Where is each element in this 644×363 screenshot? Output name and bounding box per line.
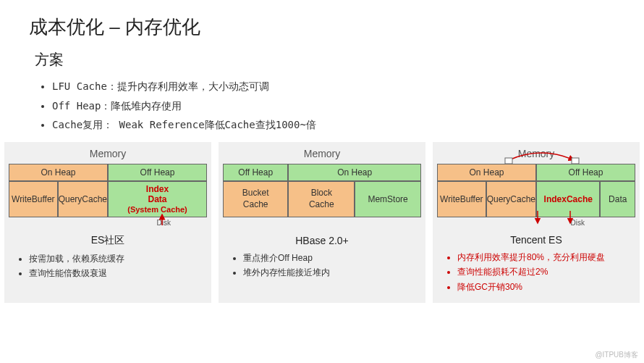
top-bullet-list: LFU Cache：提升内存利用效率，大小动态可调 Off Heap：降低堆内存… (0, 72, 644, 135)
diagram-es-community: Memory On Heap WriteBuffer QueryCache Of… (4, 142, 211, 303)
off-heap-box: Off Heap (536, 164, 635, 181)
querycache-box: QueryCache (58, 181, 108, 217)
on-heap-box: On Heap (288, 164, 421, 181)
on-heap-box: On Heap (9, 164, 108, 181)
cache-label: Cache (243, 199, 268, 211)
diagram-hbase: Memory Off Heap Bucket Cache On Heap Blo… (219, 142, 425, 303)
memstore-box: MemStore (355, 181, 421, 217)
data-box: Data (600, 181, 635, 217)
writebuffer-box: WriteBuffer (437, 181, 486, 217)
off-heap-box: Off Heap (108, 164, 207, 181)
data-label: Data (148, 194, 166, 204)
watermark: @ITPUB博客 (595, 350, 638, 360)
on-heap-box: On Heap (437, 164, 536, 181)
list-item: 堆外内存性能接近堆内 (243, 265, 421, 280)
list-item: 重点推介Off Heap (243, 251, 421, 265)
diagram-tencent-es: Memory On Heap WriteBuffer QueryCache Of… (433, 142, 640, 303)
notes-list: 按需加载，依赖系统缓存 查询性能倍数级衰退 (9, 251, 207, 281)
diagram-caption: HBase 2.0+ (223, 235, 421, 246)
list-item: 内存利用效率提升80%，充分利用硬盘 (457, 250, 635, 264)
memory-label: Memory (223, 148, 421, 159)
notes-list: 内存利用效率提升80%，充分利用硬盘 查询性能损耗不超过2% 降低GC开销30% (437, 250, 635, 294)
list-item: LFU Cache：提升内存利用效率，大小动态可调 (52, 77, 644, 96)
list-item: Off Heap：降低堆内存使用 (52, 96, 644, 116)
diagram-caption: Tencent ES (437, 234, 635, 246)
list-item: 查询性能损耗不超过2% (457, 264, 635, 279)
notes-list: 重点推介Off Heap 堆外内存性能接近堆内 (223, 251, 421, 280)
block-cache-box: Block Cache (288, 181, 355, 217)
bucket-cache-box: Bucket Cache (223, 181, 288, 217)
diagram-row: Memory On Heap WriteBuffer QueryCache Of… (0, 135, 644, 303)
memory-label: Memory (9, 148, 207, 159)
list-item: 查询性能倍数级衰退 (29, 266, 207, 280)
off-heap-box: Off Heap (223, 164, 288, 181)
diagram-caption: ES社区 (9, 234, 207, 247)
querycache-box: QueryCache (486, 181, 536, 217)
bucket-label: Bucket (242, 188, 269, 199)
index-label: Index (146, 184, 169, 194)
memory-label: Memory (437, 148, 635, 159)
disk-label: Disk (437, 219, 635, 227)
disk-label: Disk (9, 219, 207, 227)
page-title: 成本优化 – 内存优化 (0, 0, 644, 40)
section-subtitle: 方案 (0, 40, 644, 72)
index-data-box: Index Data (System Cache) (108, 181, 207, 217)
list-item: Cache复用： Weak Reference降低Cache查找1000~倍 (52, 115, 644, 135)
system-cache-label: (System Cache) (127, 205, 187, 214)
cache-label: Cache (309, 199, 334, 211)
indexcache-box: IndexCache (536, 181, 600, 217)
block-label: Block (311, 188, 332, 199)
writebuffer-box: WriteBuffer (9, 181, 58, 217)
list-item: 按需加载，依赖系统缓存 (29, 251, 207, 266)
list-item: 降低GC开销30% (457, 280, 635, 294)
